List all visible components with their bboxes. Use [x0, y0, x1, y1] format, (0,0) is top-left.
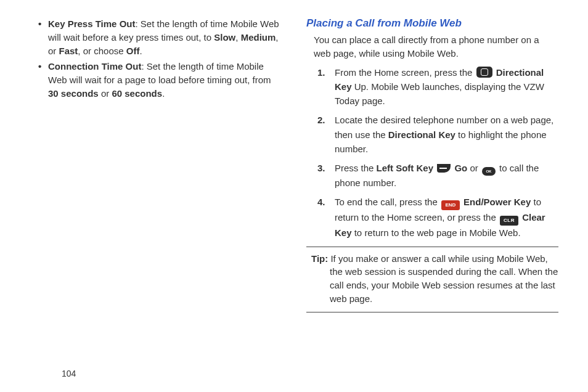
step-2: Locate the desired telephone number on a… — [331, 113, 558, 156]
bullet-title: Connection Time Out — [48, 61, 141, 71]
bullet-title: Key Press Time Out — [48, 18, 135, 29]
key-label: Directional Key — [388, 129, 455, 140]
directional-key-icon — [476, 67, 492, 78]
step-3: Press the Left Soft Key Go or OK to call… — [331, 161, 558, 190]
left-soft-key-icon — [437, 164, 451, 173]
right-column: Placing a Call from Mobile Web You can p… — [306, 17, 558, 350]
option: 30 seconds — [48, 88, 99, 99]
text: . — [139, 46, 142, 56]
clr-key-icon: CLR — [500, 216, 518, 226]
end-key-icon: END — [441, 200, 460, 210]
text: to return to the web page in Mobile Web. — [352, 227, 521, 238]
text: Press the — [335, 163, 377, 173]
bullet-connection-timeout: Connection Time Out: Set the length of t… — [43, 60, 282, 100]
text: or — [467, 163, 481, 173]
key-label: End/Power Key — [461, 197, 531, 207]
text: . — [162, 88, 165, 99]
ok-key-icon: OK — [482, 167, 496, 176]
content-columns: Key Press Time Out: Set the length of ti… — [30, 17, 558, 350]
step-4: To end the call, press the END End/Power… — [331, 195, 558, 240]
option: Fast — [59, 46, 78, 56]
option: 60 seconds — [112, 88, 162, 99]
text: , or choose — [78, 46, 126, 56]
steps-list: From the Home screen, press the Directio… — [306, 65, 558, 240]
text: Up. Mobile Web launches, displaying the … — [335, 81, 544, 106]
text: , — [235, 32, 240, 43]
tip-block: Tip: If you make or answer a call while … — [306, 252, 558, 306]
text: To end the call, press the — [335, 197, 440, 207]
key-label: Go — [452, 163, 467, 173]
text: From the Home screen, press the — [335, 67, 475, 78]
option: Off — [126, 46, 140, 56]
intro-text: You can place a call directly from a pho… — [314, 33, 558, 60]
step-1: From the Home screen, press the Directio… — [331, 65, 558, 108]
settings-bullets: Key Press Time Out: Set the length of ti… — [30, 17, 282, 100]
option: Slow — [214, 32, 235, 43]
text: or — [99, 88, 112, 99]
option: Medium — [241, 32, 276, 43]
left-column: Key Press Time Out: Set the length of ti… — [30, 17, 282, 350]
divider — [306, 312, 558, 312]
key-label: Left Soft Key — [377, 163, 434, 173]
tip-text: If you make or answer a call while using… — [328, 253, 558, 304]
divider — [306, 247, 558, 247]
section-heading: Placing a Call from Mobile Web — [306, 17, 558, 30]
page-number: 104 — [62, 369, 76, 378]
tip-label: Tip: — [311, 253, 328, 264]
bullet-key-press-timeout: Key Press Time Out: Set the length of ti… — [43, 17, 282, 57]
